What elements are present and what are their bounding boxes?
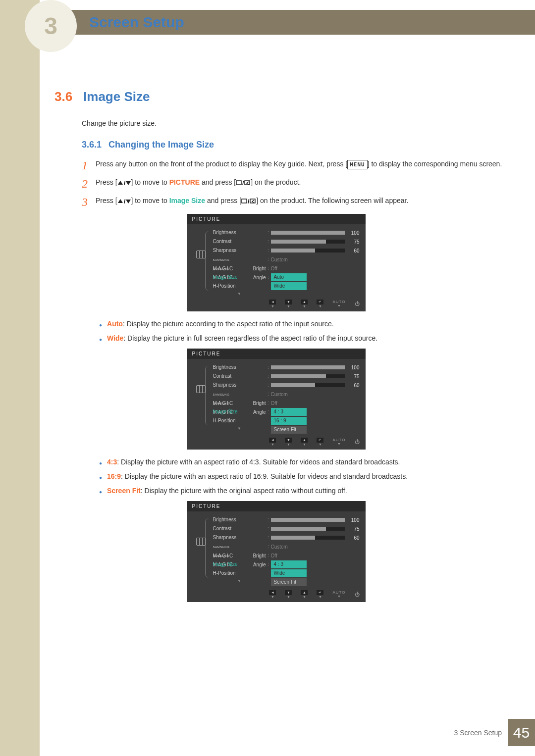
svg-text:/: / (124, 180, 126, 186)
bullet-text: : Display the picture with an aspect rat… (117, 458, 400, 466)
osd-value: 75 (348, 526, 360, 532)
subsection-title: Changing the Image Size (108, 140, 214, 150)
section-intro: Change the picture size. (82, 119, 513, 127)
osd-value: 60 (348, 383, 360, 388)
footer-text: 3 Screen Setup (454, 729, 502, 737)
osd-option-selected: 4 : 3 (271, 408, 307, 416)
bullet-item: ●16:9: Display the picture with an aspec… (99, 471, 513, 482)
section-title: Image Size (83, 89, 150, 104)
osd-title: PICTURE (187, 214, 366, 224)
svg-marker-2 (126, 181, 131, 185)
more-down-icon: ▼ (209, 426, 266, 431)
nav-power-icon: ⏻ (355, 301, 360, 306)
osd-value: Custom (271, 257, 288, 262)
osd-value: Off (271, 553, 277, 558)
osd-label: Sharpness (209, 533, 266, 542)
osd-option: 16 : 9 (271, 417, 307, 425)
nav-auto-label: AUTO (332, 590, 345, 595)
osd-value: Off (271, 401, 277, 406)
osd-value: 100 (348, 230, 360, 236)
step-3: 3 Press [/] to move to Image Size and pr… (82, 196, 513, 209)
chapter-number-bubble: 3 (25, 0, 77, 52)
osd-label: Sharpness (209, 381, 266, 390)
bullet-highlight: Screen Fit (107, 487, 141, 495)
page-number: 45 (508, 719, 535, 746)
bullet-item: ●4:3: Display the picture with an aspect… (99, 457, 513, 467)
osd-value: Off (271, 266, 277, 271)
bullet-highlight: 16:9 (107, 472, 121, 480)
step-1: 1 Press any button on the front of the p… (82, 159, 513, 172)
bullet-text: : Display the picture according to the a… (123, 320, 334, 328)
bullet-item: ●Wide: Display the picture in full scree… (99, 333, 513, 344)
enter-icon: / (236, 178, 251, 186)
osd-title: PICTURE (187, 349, 366, 359)
step-number: 1 (82, 159, 96, 172)
step-number: 3 (82, 196, 96, 209)
svg-rect-3 (236, 181, 241, 185)
osd-value: 100 (348, 365, 360, 370)
menu-button-label: MENU (347, 160, 368, 169)
osd-value: 60 (348, 535, 360, 541)
picture-category-icon (196, 538, 206, 546)
content-area: 3.6 Image Size Change the picture size. … (40, 89, 513, 716)
step-2: 2 Press [/] to move to PICTURE and press… (82, 177, 513, 191)
bullet-text: : Display the picture with an aspect rat… (121, 472, 408, 480)
osd-label: H-Position (209, 569, 266, 578)
osd-title: PICTURE (187, 501, 366, 511)
svg-text:/: / (248, 199, 250, 204)
bullet-highlight: Wide (107, 334, 123, 342)
step-text: Press [ (96, 197, 117, 204)
step-text: and press [ (200, 178, 236, 186)
osd-option-selected: Auto (271, 273, 307, 281)
page-footer: 3 Screen Setup 45 (454, 719, 535, 746)
osd-label: Contrast (209, 372, 266, 381)
osd-option-selected: 4 : 3 (271, 560, 307, 568)
osd-panel-1: PICTURE Brightness Contrast Sharpness SA… (187, 214, 366, 311)
osd-label: Brightness (209, 228, 266, 237)
osd-value: 75 (348, 374, 360, 379)
osd-panel-2: PICTURE Brightness Contrast Sharpness SA… (187, 349, 366, 450)
chapter-title: Screen Setup (89, 14, 184, 31)
step-text: Press any button on the front of the pro… (96, 160, 347, 168)
bullet-item: ●Screen Fit: Display the picture with th… (99, 486, 513, 496)
more-down-icon: ▼ (209, 292, 266, 296)
osd-nav-bar: ◄▼ ▼▼ ▲▼ ↵▼ AUTO▼ ⏻ (187, 435, 366, 447)
page-sidebar (0, 0, 40, 756)
nav-auto-label: AUTO (332, 300, 345, 304)
osd-label: H-Position (209, 416, 266, 425)
highlight-image-size: Image Size (169, 197, 205, 204)
svg-text:/: / (242, 180, 244, 186)
step-text: ] on the product. (251, 178, 301, 186)
osd-option: Screen Fit (271, 426, 307, 434)
bullet-item: ●Auto: Display the picture according to … (99, 319, 513, 329)
osd-label: Brightness (209, 515, 266, 524)
bullet-highlight: Auto (107, 320, 123, 328)
svg-marker-6 (118, 199, 123, 203)
svg-rect-9 (242, 199, 247, 203)
nav-power-icon: ⏻ (355, 592, 360, 597)
osd-value: 75 (348, 239, 360, 245)
up-down-arrow-icon: / (117, 197, 131, 204)
osd-nav-bar: ◄▼ ▼▼ ▲▼ ↵▼ AUTO▼ ⏻ (187, 588, 366, 599)
osd-option: Wide (271, 569, 307, 577)
highlight-picture: PICTURE (169, 178, 200, 186)
svg-text:/: / (124, 199, 126, 204)
picture-category-icon (196, 251, 206, 258)
osd-value: Custom (271, 392, 288, 397)
more-down-icon: ▼ (209, 579, 266, 583)
osd-label: SAMSUNGMAGIC Bright (209, 542, 266, 551)
step-text: and press [ (205, 197, 241, 204)
subsection-number: 3.6.1 (82, 140, 102, 150)
osd-value: Custom (271, 544, 288, 550)
up-down-arrow-icon: / (117, 178, 131, 186)
nav-enter-icon: ↵ (317, 438, 323, 443)
nav-auto-label: AUTO (332, 438, 345, 442)
osd-value: 100 (348, 517, 360, 523)
nav-power-icon: ⏻ (355, 439, 360, 445)
osd-panel-3: PICTURE Brightness Contrast Sharpness SA… (187, 501, 366, 602)
nav-back-icon: ◄ (269, 590, 276, 595)
enter-icon: / (241, 197, 256, 204)
osd-label: SAMSUNGMAGIC Bright (209, 255, 266, 264)
osd-nav-bar: ◄▼ ▼▼ ▲▼ ↵▼ AUTO▼ ⏻ (187, 297, 366, 308)
nav-down-icon: ▼ (285, 438, 292, 443)
